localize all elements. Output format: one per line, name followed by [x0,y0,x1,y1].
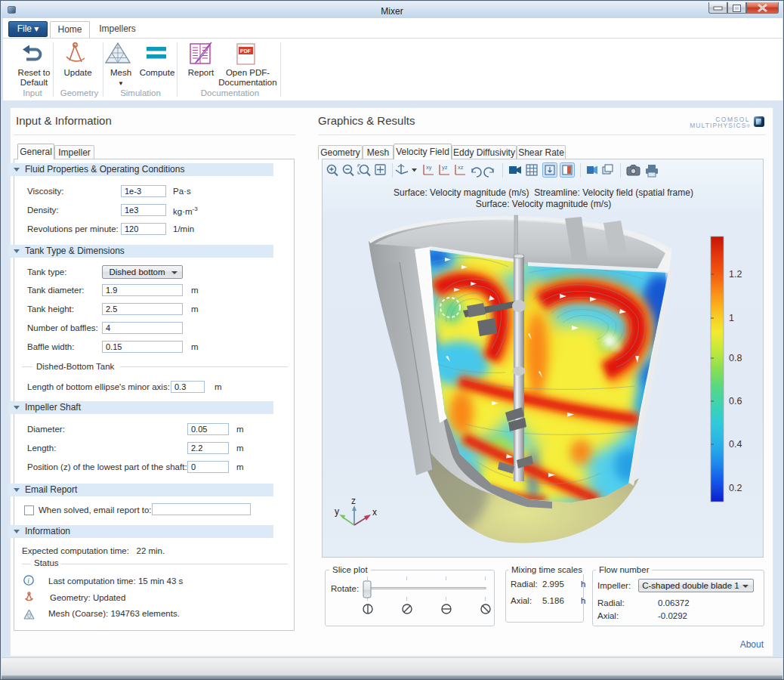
svg-text:0.6: 0.6 [729,396,742,406]
svg-text:0.4: 0.4 [729,439,742,450]
svg-text:y: y [335,506,339,517]
svg-text:i: i [27,576,29,585]
svg-text:PDF: PDF [240,48,252,54]
svg-text:0.2: 0.2 [729,483,742,493]
svg-text:0.8: 0.8 [729,353,742,363]
svg-text:xy: xy [426,164,432,171]
svg-text:1: 1 [729,313,734,323]
svg-text:xz: xz [458,164,464,171]
svg-text:x: x [372,507,377,518]
svg-text:1.2: 1.2 [729,269,742,280]
svg-text:yz: yz [442,164,448,171]
svg-text:z: z [351,496,356,506]
